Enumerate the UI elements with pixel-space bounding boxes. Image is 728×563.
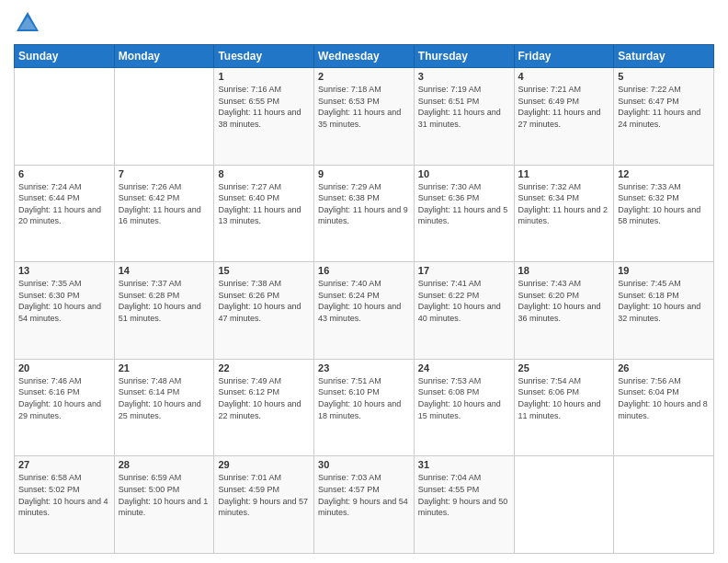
calendar-cell	[514, 456, 614, 554]
calendar-week-row: 1Sunrise: 7:16 AMSunset: 6:55 PMDaylight…	[15, 68, 714, 166]
day-number: 24	[418, 362, 510, 373]
cell-content: Sunrise: 7:49 AMSunset: 6:12 PMDaylight:…	[218, 375, 310, 421]
cell-content: Sunrise: 7:40 AMSunset: 6:24 PMDaylight:…	[318, 278, 410, 324]
calendar-week-row: 20Sunrise: 7:46 AMSunset: 6:16 PMDayligh…	[15, 359, 714, 456]
calendar-cell: 1Sunrise: 7:16 AMSunset: 6:55 PMDaylight…	[214, 68, 314, 166]
day-number: 7	[119, 168, 210, 179]
day-number: 27	[18, 459, 110, 470]
cell-content: Sunrise: 7:41 AMSunset: 6:22 PMDaylight:…	[418, 278, 510, 324]
day-number: 31	[418, 459, 510, 470]
cell-content: Sunrise: 7:29 AMSunset: 6:38 PMDaylight:…	[318, 181, 410, 227]
weekday-header-friday: Friday	[514, 45, 614, 68]
weekday-header-wednesday: Wednesday	[314, 45, 415, 68]
calendar-cell: 22Sunrise: 7:49 AMSunset: 6:12 PMDayligh…	[214, 359, 314, 456]
weekday-header-tuesday: Tuesday	[214, 45, 314, 68]
calendar-cell: 19Sunrise: 7:45 AMSunset: 6:18 PMDayligh…	[614, 262, 714, 360]
header	[14, 9, 714, 37]
day-number: 22	[218, 362, 310, 373]
day-number: 29	[218, 459, 310, 470]
weekday-header-sunday: Sunday	[15, 45, 115, 68]
calendar-week-row: 27Sunrise: 6:58 AMSunset: 5:02 PMDayligh…	[15, 456, 714, 554]
cell-content: Sunrise: 7:26 AMSunset: 6:42 PMDaylight:…	[119, 181, 210, 227]
day-number: 3	[418, 71, 510, 82]
cell-content: Sunrise: 7:43 AMSunset: 6:20 PMDaylight:…	[518, 278, 610, 324]
day-number: 11	[518, 168, 610, 179]
cell-content: Sunrise: 7:33 AMSunset: 6:32 PMDaylight:…	[618, 181, 710, 227]
calendar-cell: 17Sunrise: 7:41 AMSunset: 6:22 PMDayligh…	[414, 262, 514, 360]
day-number: 30	[318, 459, 410, 470]
day-number: 12	[618, 168, 710, 179]
calendar-cell: 13Sunrise: 7:35 AMSunset: 6:30 PMDayligh…	[15, 262, 115, 360]
weekday-header-monday: Monday	[114, 45, 214, 68]
calendar-cell: 15Sunrise: 7:38 AMSunset: 6:26 PMDayligh…	[214, 262, 314, 360]
day-number: 4	[518, 71, 610, 82]
day-number: 18	[518, 265, 610, 276]
day-number: 2	[318, 71, 410, 82]
calendar-cell	[15, 68, 115, 166]
logo	[14, 9, 45, 37]
weekday-header-row: SundayMondayTuesdayWednesdayThursdayFrid…	[15, 45, 714, 68]
calendar-cell: 20Sunrise: 7:46 AMSunset: 6:16 PMDayligh…	[15, 359, 115, 456]
calendar-cell: 11Sunrise: 7:32 AMSunset: 6:34 PMDayligh…	[514, 165, 614, 262]
day-number: 14	[119, 265, 210, 276]
calendar-cell	[114, 68, 214, 166]
day-number: 10	[418, 168, 510, 179]
cell-content: Sunrise: 7:51 AMSunset: 6:10 PMDaylight:…	[318, 375, 410, 421]
day-number: 21	[119, 362, 210, 373]
cell-content: Sunrise: 7:48 AMSunset: 6:14 PMDaylight:…	[119, 375, 210, 421]
calendar-cell: 29Sunrise: 7:01 AMSunset: 4:59 PMDayligh…	[214, 456, 314, 554]
day-number: 19	[618, 265, 710, 276]
logo-icon	[14, 9, 41, 37]
day-number: 20	[18, 362, 110, 373]
day-number: 13	[18, 265, 110, 276]
day-number: 16	[318, 265, 410, 276]
calendar-cell: 21Sunrise: 7:48 AMSunset: 6:14 PMDayligh…	[114, 359, 214, 456]
calendar-cell: 9Sunrise: 7:29 AMSunset: 6:38 PMDaylight…	[314, 165, 415, 262]
weekday-header-thursday: Thursday	[414, 45, 514, 68]
calendar-cell: 28Sunrise: 6:59 AMSunset: 5:00 PMDayligh…	[114, 456, 214, 554]
calendar-cell: 10Sunrise: 7:30 AMSunset: 6:36 PMDayligh…	[414, 165, 514, 262]
calendar-cell: 8Sunrise: 7:27 AMSunset: 6:40 PMDaylight…	[214, 165, 314, 262]
cell-content: Sunrise: 7:04 AMSunset: 4:55 PMDaylight:…	[418, 472, 510, 518]
cell-content: Sunrise: 7:18 AMSunset: 6:53 PMDaylight:…	[318, 84, 410, 130]
calendar-week-row: 13Sunrise: 7:35 AMSunset: 6:30 PMDayligh…	[15, 262, 714, 360]
cell-content: Sunrise: 6:58 AMSunset: 5:02 PMDaylight:…	[18, 472, 110, 518]
cell-content: Sunrise: 7:54 AMSunset: 6:06 PMDaylight:…	[518, 375, 610, 421]
day-number: 25	[518, 362, 610, 373]
calendar-cell: 24Sunrise: 7:53 AMSunset: 6:08 PMDayligh…	[414, 359, 514, 456]
day-number: 1	[218, 71, 310, 82]
day-number: 9	[318, 168, 410, 179]
day-number: 23	[318, 362, 410, 373]
calendar-cell: 12Sunrise: 7:33 AMSunset: 6:32 PMDayligh…	[614, 165, 714, 262]
calendar-table: SundayMondayTuesdayWednesdayThursdayFrid…	[14, 44, 714, 554]
calendar-cell: 4Sunrise: 7:21 AMSunset: 6:49 PMDaylight…	[514, 68, 614, 166]
calendar-cell: 27Sunrise: 6:58 AMSunset: 5:02 PMDayligh…	[15, 456, 115, 554]
calendar-cell: 2Sunrise: 7:18 AMSunset: 6:53 PMDaylight…	[314, 68, 415, 166]
cell-content: Sunrise: 7:30 AMSunset: 6:36 PMDaylight:…	[418, 181, 510, 227]
cell-content: Sunrise: 7:45 AMSunset: 6:18 PMDaylight:…	[618, 278, 710, 324]
cell-content: Sunrise: 7:56 AMSunset: 6:04 PMDaylight:…	[618, 375, 710, 421]
calendar-cell: 5Sunrise: 7:22 AMSunset: 6:47 PMDaylight…	[614, 68, 714, 166]
calendar-cell: 23Sunrise: 7:51 AMSunset: 6:10 PMDayligh…	[314, 359, 415, 456]
cell-content: Sunrise: 7:01 AMSunset: 4:59 PMDaylight:…	[218, 472, 310, 518]
day-number: 26	[618, 362, 710, 373]
day-number: 5	[618, 71, 710, 82]
calendar-cell	[614, 456, 714, 554]
weekday-header-saturday: Saturday	[614, 45, 714, 68]
cell-content: Sunrise: 7:27 AMSunset: 6:40 PMDaylight:…	[218, 181, 310, 227]
day-number: 28	[119, 459, 210, 470]
calendar-cell: 31Sunrise: 7:04 AMSunset: 4:55 PMDayligh…	[414, 456, 514, 554]
day-number: 8	[218, 168, 310, 179]
day-number: 17	[418, 265, 510, 276]
cell-content: Sunrise: 7:35 AMSunset: 6:30 PMDaylight:…	[18, 278, 110, 324]
cell-content: Sunrise: 7:32 AMSunset: 6:34 PMDaylight:…	[518, 181, 610, 227]
calendar-week-row: 6Sunrise: 7:24 AMSunset: 6:44 PMDaylight…	[15, 165, 714, 262]
cell-content: Sunrise: 7:37 AMSunset: 6:28 PMDaylight:…	[119, 278, 210, 324]
cell-content: Sunrise: 7:46 AMSunset: 6:16 PMDaylight:…	[18, 375, 110, 421]
day-number: 15	[218, 265, 310, 276]
calendar-cell: 14Sunrise: 7:37 AMSunset: 6:28 PMDayligh…	[114, 262, 214, 360]
cell-content: Sunrise: 7:03 AMSunset: 4:57 PMDaylight:…	[318, 472, 410, 518]
calendar-cell: 16Sunrise: 7:40 AMSunset: 6:24 PMDayligh…	[314, 262, 415, 360]
calendar-cell: 3Sunrise: 7:19 AMSunset: 6:51 PMDaylight…	[414, 68, 514, 166]
cell-content: Sunrise: 7:19 AMSunset: 6:51 PMDaylight:…	[418, 84, 510, 130]
